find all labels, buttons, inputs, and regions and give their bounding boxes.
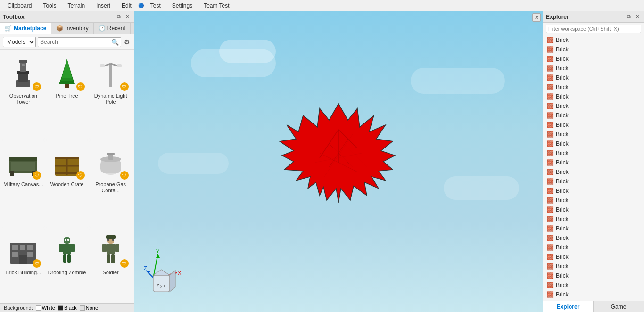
explorer-list-item[interactable]: 🧱Brick [543, 186, 644, 196]
menu-insert[interactable]: Insert [91, 1, 116, 10]
explorer-item-label: Brick [556, 112, 569, 119]
tab-marketplace[interactable]: 🛒 Marketplace [0, 23, 51, 34]
explorer-list-item[interactable]: 🧱Brick [543, 271, 644, 280]
item-badge: 🛡 [33, 82, 41, 91]
list-item[interactable]: 🛡 Soldier [89, 229, 132, 310]
explorer-list-item[interactable]: 🧱Brick [543, 167, 644, 177]
explorer-item-label: Brick [556, 37, 569, 43]
list-item[interactable]: 🛡 Observation Tower [2, 52, 45, 140]
svg-rect-41 [71, 244, 75, 252]
item-badge: 🛡 [33, 259, 41, 268]
svg-rect-20 [11, 162, 35, 171]
menu-test[interactable]: Test [145, 1, 166, 10]
svg-rect-37 [19, 255, 27, 264]
search-button[interactable]: 🔍 [111, 39, 119, 46]
explorer-item-label: Brick [556, 65, 569, 72]
explorer-list-item[interactable]: 🧱Brick [543, 45, 644, 54]
tab-recent[interactable]: 🕐 Recent [94, 23, 131, 34]
tab-game[interactable]: Game [594, 301, 644, 312]
bg-black-checkbox [58, 305, 63, 311]
explorer-list-item[interactable]: 🧱Brick [543, 92, 644, 101]
explorer-list-item[interactable]: 🧱Brick [543, 290, 644, 299]
menu-edit[interactable]: Edit [116, 1, 137, 10]
search-input[interactable] [40, 39, 111, 45]
explorer-list-item[interactable]: 🧱Brick [543, 111, 644, 120]
explorer-list-item[interactable]: 🧱Brick [543, 224, 644, 233]
tab-inventory[interactable]: 📦 Inventory [51, 23, 93, 34]
toolbox-panel: Toolbox ⧉ ✕ 🛒 Marketplace 📦 Inventory 🕐 … [0, 11, 134, 312]
items-grid: 🛡 Observation Tower 🛡 Pine Tree [0, 50, 134, 312]
cloud [158, 153, 229, 174]
item-badge: 🛡 [120, 171, 129, 180]
svg-rect-15 [100, 64, 105, 67]
menu-terrain[interactable]: Terrain [62, 1, 91, 10]
explorer-list-item[interactable]: 🧱Brick [543, 120, 644, 130]
brick-icon: 🧱 [547, 103, 554, 109]
explorer-list-item[interactable]: 🧱Brick [543, 252, 644, 262]
explorer-pin-button[interactable]: ⧉ [626, 13, 632, 20]
models-dropdown[interactable]: Models Plugins Decals Meshes Audio [3, 37, 36, 47]
explorer-item-label: Brick [556, 150, 569, 156]
item-image-propane: 🛡 [92, 143, 130, 181]
explorer-list-item[interactable]: 🧱Brick [543, 196, 644, 205]
explorer-item-label: Brick [556, 272, 569, 279]
bg-black-option[interactable]: Black [58, 305, 77, 311]
list-item[interactable]: Drooling Zombie [46, 229, 89, 310]
brick-icon: 🧱 [547, 178, 554, 185]
svg-rect-30 [107, 153, 115, 155]
search-row: Models Plugins Decals Meshes Audio 🔍 ⚙ [0, 34, 134, 50]
explorer-list-item[interactable]: 🧱Brick [543, 280, 644, 290]
item-label: Pine Tree [56, 93, 78, 99]
toolbox-close-button[interactable]: ✕ [124, 13, 131, 20]
menu-settings[interactable]: Settings [166, 1, 198, 10]
explorer-list-item[interactable]: 🧱Brick [543, 101, 644, 111]
explorer-list-item[interactable]: 🧱Brick [543, 148, 644, 158]
viewport-close-button[interactable]: ✕ [532, 13, 541, 22]
list-item[interactable]: 🛡 Brick Building... [2, 229, 45, 310]
explorer-item-label: Brick [556, 56, 569, 62]
explorer-list-item[interactable]: 🧱Brick [543, 262, 644, 271]
item-label: Drooling Zombie [48, 270, 86, 276]
toolbox-header: Toolbox ⧉ ✕ [0, 11, 134, 23]
explorer-list-item[interactable]: 🧱Brick [543, 54, 644, 64]
explorer-list-item[interactable]: 🧱Brick [543, 158, 644, 167]
toolbox-pin-button[interactable]: ⧉ [116, 13, 122, 20]
brick-icon: 🧱 [547, 254, 554, 260]
bg-none-label: None [86, 305, 98, 311]
svg-rect-34 [27, 245, 33, 250]
filter-button[interactable]: ⚙ [123, 37, 131, 47]
explorer-list-item[interactable]: 🧱Brick [543, 214, 644, 224]
explorer-search-input[interactable] [546, 25, 641, 33]
explorer-list-item[interactable]: 🧱Brick [543, 205, 644, 214]
list-item[interactable]: 🛡 Wooden Crate [46, 140, 89, 228]
list-item[interactable]: 🛡 Pine Tree [46, 52, 89, 140]
list-item[interactable]: 🛡 Dynamic Light Pole [89, 52, 132, 140]
explorer-list-item[interactable]: 🧱Brick [543, 177, 644, 186]
list-item[interactable]: 🛡 Propane Gas Conta... [89, 140, 132, 228]
viewport[interactable]: ✕ [134, 11, 543, 312]
explorer-list-item[interactable]: 🧱Brick [543, 139, 644, 148]
bg-none-option[interactable]: None [80, 305, 98, 311]
tab-explorer[interactable]: Explorer [543, 301, 594, 312]
explorer-list-item[interactable]: 🧱Brick [543, 233, 644, 243]
menu-clipboard[interactable]: Clipboard [2, 1, 37, 10]
explorer-item-label: Brick [556, 235, 569, 241]
explorer-list-item[interactable]: 🧱Brick [543, 243, 644, 252]
explorer-list-item[interactable]: 🧱Brick [543, 64, 644, 73]
bg-white-option[interactable]: White [36, 305, 55, 311]
explorer-list-item[interactable]: 🧱Brick [543, 130, 644, 139]
explorer-list-item[interactable]: 🧱Brick [543, 82, 644, 92]
svg-rect-33 [20, 245, 25, 250]
menu-tools[interactable]: Tools [37, 1, 62, 10]
svg-rect-53 [107, 239, 109, 241]
explorer-close-button[interactable]: ✕ [634, 13, 641, 20]
list-item[interactable]: 🛡 Military Canvas... [2, 140, 45, 228]
explorer-list-item[interactable]: 🧱Brick [543, 35, 644, 45]
explorer-item-label: Brick [556, 291, 569, 298]
bg-none-checkbox [80, 305, 85, 311]
explorer-list-item[interactable]: 🧱Brick [543, 73, 644, 82]
tab-marketplace-label: Marketplace [14, 25, 46, 32]
item-image-dynamic-light-pole: 🛡 [92, 54, 130, 92]
svg-text:Z y x: Z y x [157, 283, 166, 288]
menu-teamtest[interactable]: Team Test [198, 1, 235, 10]
